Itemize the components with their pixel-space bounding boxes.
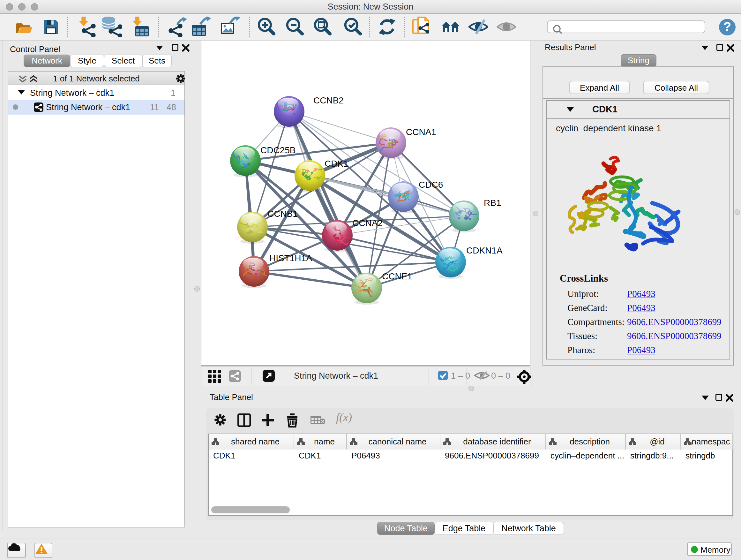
- svg-text:CCNA1: CCNA1: [406, 127, 436, 137]
- svg-text:CDC25B: CDC25B: [260, 145, 295, 155]
- svg-text:CCNB2: CCNB2: [313, 96, 344, 105]
- svg-text:CDK1: CDK1: [325, 159, 348, 169]
- svg-text:RB1: RB1: [484, 198, 501, 208]
- svg-text:?: ?: [724, 19, 731, 34]
- svg-text:CDC6: CDC6: [419, 180, 443, 190]
- svg-text:CCNE1: CCNE1: [382, 271, 412, 281]
- svg-text:CCNA2: CCNA2: [352, 218, 383, 228]
- svg-text:CDKN1A: CDKN1A: [466, 246, 502, 255]
- svg-text:HIST1H1A: HIST1H1A: [269, 253, 312, 263]
- svg-text:CCNB1: CCNB1: [267, 209, 298, 219]
